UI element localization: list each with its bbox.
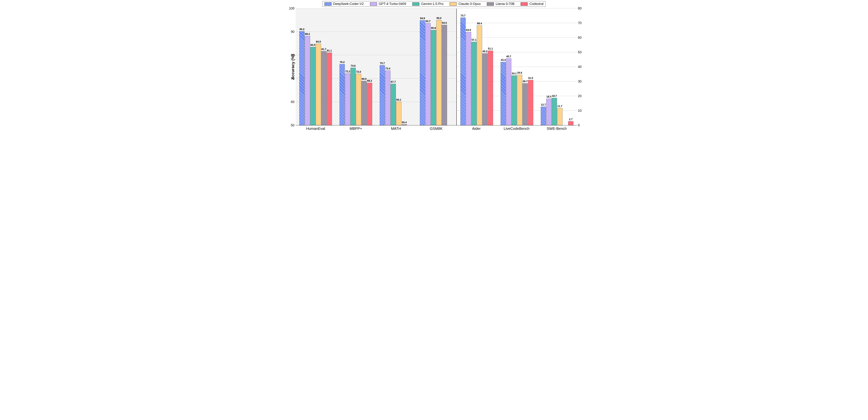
data-label: 68.2 (367, 79, 372, 82)
data-label: 43.4 (501, 58, 506, 61)
x-axis-label: SWE-Bench (537, 125, 577, 131)
legend-item: Gemini-1.5-Pro (412, 2, 443, 6)
bar: 43.4 (501, 62, 506, 125)
legend-swatch (412, 2, 419, 6)
axis-tick: 40 (578, 65, 582, 69)
bar: 18.3 (546, 99, 552, 125)
data-label: 88.2 (305, 33, 310, 35)
data-label: 60.1 (396, 98, 401, 101)
axis-tick: 50 (291, 124, 294, 127)
data-label: 83.5 (310, 43, 315, 46)
data-label: 18.3 (547, 95, 551, 98)
data-label: 34.1 (512, 72, 517, 75)
bar: 84.9 (316, 44, 321, 125)
bar: 88.2 (305, 36, 310, 125)
bar-group: 90.288.283.584.981.781.1 (296, 31, 336, 125)
bar: 72.0 (356, 74, 361, 125)
data-label: 93.0 (442, 21, 447, 24)
bar: 11.7 (557, 108, 562, 125)
bar: 72.2 (345, 73, 350, 125)
bar: 34.1 (512, 75, 517, 125)
bar: 68.2 (367, 83, 372, 125)
legend-label: DeepSeek-Coder-V2 (333, 2, 364, 6)
x-axis-label: MATH (376, 125, 416, 131)
bar: 95.0 (436, 20, 441, 125)
legend: DeepSeek-Coder-V2GPT-4-Turbo-0409Gemini-… (322, 1, 546, 7)
bar: 69.0 (362, 81, 367, 125)
legend-item: GPT-4-Turbo-0409 (370, 2, 406, 6)
data-label: 51.1 (488, 47, 493, 50)
axis-tick: 20 (578, 94, 582, 98)
axis-tick: 80 (578, 7, 582, 10)
axis-tick: 0 (578, 124, 580, 127)
bar: 93.7 (425, 23, 431, 125)
data-label: 67.7 (391, 80, 396, 83)
bar: 90.8 (431, 30, 436, 125)
x-axis-label: GSM8K (416, 125, 456, 131)
axis-tick: 60 (578, 36, 582, 40)
axis-tick: 60 (291, 100, 294, 104)
data-label: 75.7 (380, 62, 385, 65)
bar: 63.9 (466, 32, 471, 125)
data-label: 69.0 (362, 77, 367, 80)
legend-item: DeepSeek-Coder-V2 (324, 2, 364, 6)
bar-group: 75.773.467.760.150.4 (376, 65, 416, 125)
data-label: 28.7 (523, 80, 528, 83)
bar: 94.9 (420, 20, 425, 125)
bar: 81.1 (327, 53, 332, 125)
axis-tick: 70 (291, 77, 294, 80)
x-labels-left: HumanEvalMBPP+MATHGSM8K (296, 125, 456, 131)
data-label: 81.1 (327, 49, 332, 52)
axis-tick: 90 (291, 30, 294, 34)
data-label: 90.8 (431, 27, 436, 29)
data-label: 94.9 (420, 17, 425, 20)
legend-swatch (521, 2, 528, 6)
legend-item: Codestral (521, 2, 544, 6)
bar: 49.2 (482, 53, 488, 125)
bar: 76.2 (340, 64, 345, 125)
data-label: 18.7 (552, 94, 557, 97)
bar-group: 12.718.318.711.72.7 (537, 98, 577, 125)
right-panel: 0102030405060708073.763.957.168.449.251.… (456, 8, 577, 125)
data-label: 49.2 (483, 50, 488, 53)
data-label: 73.4 (385, 67, 390, 70)
bar: 90.2 (299, 31, 305, 125)
data-label: 57.1 (471, 38, 476, 41)
axis-tick: 50 (578, 51, 582, 54)
bar: 51.1 (488, 51, 493, 125)
data-label: 73.7 (461, 14, 465, 17)
bar: 83.5 (310, 47, 316, 125)
bar: 68.4 (477, 25, 482, 125)
bar-group: 94.993.790.895.093.0 (416, 20, 456, 125)
bar: 73.4 (385, 70, 391, 125)
data-label: 12.7 (541, 103, 546, 106)
axis-tick: 80 (291, 53, 294, 57)
data-label: 34.6 (517, 71, 522, 74)
legend-swatch (450, 2, 457, 6)
bar: 45.7 (506, 58, 512, 125)
x-axis-label: MBPP+ (336, 125, 376, 131)
x-axis-label: Aider (456, 125, 497, 131)
bar: 18.7 (552, 98, 557, 125)
bar: 67.7 (391, 84, 396, 125)
legend-label: Llama-3-70B (496, 2, 515, 6)
data-label: 72.2 (345, 70, 350, 73)
bar: 50.4 (402, 124, 407, 125)
data-label: 76.2 (340, 61, 345, 64)
data-label: 2.7 (569, 118, 572, 121)
data-label: 50.4 (402, 121, 407, 124)
axis-tick: 10 (578, 109, 582, 113)
bar: 28.7 (523, 83, 528, 125)
chart-area: Accuracy (%) 506070809010090.288.283.584… (290, 8, 578, 125)
legend-label: GPT-4-Turbo-0409 (379, 2, 406, 6)
data-label: 93.7 (426, 20, 430, 23)
bar: 12.7 (541, 107, 546, 125)
axis-tick: 100 (289, 7, 294, 10)
bar: 73.7 (460, 18, 466, 125)
data-label: 11.7 (557, 105, 562, 107)
bar: 34.6 (517, 75, 522, 125)
legend-item: Claude-3-Opus (450, 2, 480, 6)
data-label: 95.0 (436, 17, 441, 20)
bar: 2.7 (568, 121, 574, 125)
legend-swatch (370, 2, 377, 6)
